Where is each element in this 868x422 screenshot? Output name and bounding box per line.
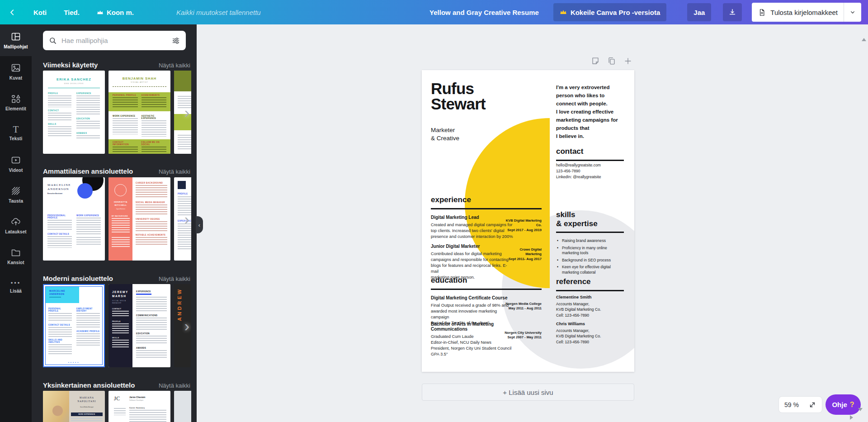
back-chevron-icon	[8, 8, 16, 16]
document-icon	[758, 8, 766, 17]
reference-item[interactable]: Clementine Smith Accounts Manager, KVB D…	[556, 295, 601, 318]
sidebar-item-uploads[interactable]: Lataukset	[0, 210, 32, 241]
skills-list[interactable]: Raising brand awareness Proficiency in m…	[556, 238, 615, 277]
print-options-dropdown[interactable]	[844, 3, 861, 22]
template-jarvie-chastain[interactable]: JC Jarvie Chastain Software Developer Ca…	[108, 391, 170, 422]
template-row-modern: MARCELINE ANDERSON PERSONAL PROFILECONTA…	[43, 284, 191, 367]
more-dots-icon: •••	[11, 280, 21, 286]
template-name: ANDREW	[177, 288, 182, 321]
sidebar-item-label: Elementit	[5, 106, 26, 111]
sidebar-item-images[interactable]: Kuvat	[0, 56, 32, 87]
save-status: Kaikki muutokset tallennettu	[176, 9, 261, 16]
template-name: JEREMY MARSH	[112, 290, 132, 298]
scrollbar-down-arrow[interactable]	[858, 408, 863, 411]
filter-sliders-icon[interactable]	[171, 36, 180, 45]
profile-photo	[43, 391, 69, 422]
education-item-meta[interactable]: Norgen Media College May 2011 - Aug 2011	[504, 302, 542, 311]
notes-icon	[590, 56, 600, 66]
experience-item-meta[interactable]: KVB Digital Marketing Co. Sept 2017 - Au…	[504, 218, 542, 232]
menu-home[interactable]: Koti	[33, 9, 47, 16]
fullscreen-expand-icon[interactable]	[808, 401, 816, 409]
duplicate-page-button[interactable]	[606, 55, 618, 67]
resume-name[interactable]: Rufus Stewart	[431, 81, 486, 112]
template-marceline-modern-selected[interactable]: MARCELINE ANDERSON PERSONAL PROFILECONTA…	[43, 284, 105, 367]
contact-heading[interactable]: contact	[556, 147, 624, 161]
template-subtitle: VISUAL ARTIST	[108, 81, 170, 83]
template-row-simple: PERSONAL BACKGROUND MARIANA NAPOLITANI S…	[43, 391, 191, 422]
template-name: HENRIETTA MITCHELL	[112, 201, 130, 207]
template-henrietta-mitchell[interactable]: HENRIETTA MITCHELL Digital Marketer MY B…	[108, 177, 170, 261]
menu-file-label: Tied.	[64, 9, 80, 16]
skill-item: Background in SEO process	[556, 258, 615, 263]
try-pro-button[interactable]: Kokeile Canva Pro -versiota	[553, 3, 666, 21]
reference-item[interactable]: Chris Williams Accounts Manager, KVB Dig…	[556, 322, 601, 345]
template-marceline-anderson[interactable]: MARCELINE ANDERSON Executive Assistant P…	[43, 177, 105, 261]
show-all-link[interactable]: Näytä kaikki	[159, 275, 190, 282]
skill-item: Keen eye for effective digital marketing…	[556, 265, 615, 275]
template-benjamin-shah[interactable]: BENJAMIN SHAH VISUAL ARTIST PERSONAL PRO…	[108, 71, 170, 154]
sidebar-item-label: Lataukset	[5, 229, 27, 234]
print-letterhead-label: Tulosta kirjelomakkeet	[770, 9, 838, 16]
education-heading[interactable]: education	[431, 276, 542, 290]
share-button[interactable]: Jaa	[687, 3, 711, 21]
template-mariana-napolitani[interactable]: PERSONAL BACKGROUND MARIANA NAPOLITANI S…	[43, 391, 105, 422]
template-initials: JC	[114, 395, 120, 402]
help-button[interactable]: Ohje ?	[826, 394, 861, 415]
experience-item[interactable]: Junior Digital Marketer Contributed idea…	[431, 244, 513, 280]
show-all-link[interactable]: Näytä kaikki	[159, 168, 190, 175]
skills-heading[interactable]: skills & expertise	[556, 210, 624, 233]
template-erika-sanchez[interactable]: ERIKA SANCHEZ WEB DEVELOPER PROFILE CONT…	[43, 71, 105, 154]
zoom-level[interactable]: 59 %	[784, 401, 799, 408]
template-partial[interactable]	[174, 391, 191, 422]
sidebar-item-background[interactable]: Tausta	[0, 179, 32, 210]
education-item-meta[interactable]: Norgen City University Sept 2007 - May 2…	[504, 331, 542, 340]
panel-collapse-tab[interactable]: ‹	[196, 216, 203, 233]
contact-lines[interactable]: hello@reallygreatsite.com 123-456-7890 L…	[556, 162, 601, 180]
design-page[interactable]: Rufus Stewart Marketer & Creative experi…	[422, 70, 634, 372]
row-scroll-right-chevron[interactable]: ›	[184, 211, 189, 227]
experience-item[interactable]: Digital Marketing Lead Created and manag…	[431, 215, 513, 240]
experience-heading[interactable]: experience	[431, 195, 542, 209]
sidebar-rail: Mallipohjat Kuvat Elementit T Teksti Vid…	[0, 24, 32, 422]
template-search[interactable]	[43, 31, 186, 50]
print-letterhead-button[interactable]: Tulosta kirjelomakkeet	[752, 3, 861, 22]
search-input[interactable]	[61, 37, 167, 44]
scrollbar-right-arrow[interactable]	[850, 415, 853, 420]
experience-item-meta[interactable]: Crowe Digital Marketing Sept 2011- Aug 2…	[504, 247, 542, 261]
sidebar-item-videos[interactable]: Videot	[0, 148, 32, 179]
template-jeremy-marsh[interactable]: JEREMY MARSH SOCIAL MEDIA MANAGER CONTAC…	[108, 284, 170, 367]
document-title[interactable]: Yellow and Gray Creative Resume	[429, 9, 539, 16]
sidebar-item-text[interactable]: T Teksti	[0, 118, 32, 148]
skill-item: Raising brand awareness	[556, 238, 615, 244]
add-notes-button[interactable]	[590, 55, 601, 67]
uploads-cloud-icon	[10, 216, 21, 227]
add-new-page-button[interactable]: + Lisää uusi sivu	[422, 384, 634, 401]
zoom-control[interactable]: 59 %	[778, 396, 822, 413]
sidebar-item-label: Teksti	[9, 136, 23, 141]
reference-heading[interactable]: reference	[556, 277, 624, 291]
scrollbar-up-arrow[interactable]	[862, 38, 866, 41]
resume-left-column: Rufus Stewart Marketer & Creative experi…	[431, 70, 542, 372]
menu-resize[interactable]: Koon m.	[97, 9, 134, 16]
show-all-link[interactable]: Näytä kaikki	[159, 62, 190, 69]
section-header-simple: Yksinkertainen ansioluettelo Näytä kaikk…	[43, 381, 190, 389]
add-page-icon-button[interactable]	[622, 55, 634, 67]
sidebar-item-folders[interactable]: Kansiot	[0, 241, 32, 271]
section-header-modern: Moderni ansioluettelo Näytä kaikki	[43, 275, 190, 282]
resume-intro[interactable]: I'm a very extroverted person who likes …	[556, 84, 618, 141]
show-all-link[interactable]: Näytä kaikki	[159, 382, 190, 389]
sidebar-item-elements[interactable]: Elementit	[0, 87, 32, 118]
resume-role[interactable]: Marketer & Creative	[431, 126, 459, 142]
download-button[interactable]	[723, 3, 742, 21]
download-icon	[728, 8, 737, 17]
template-name: BENJAMIN SHAH	[108, 76, 170, 81]
row-scroll-right-chevron[interactable]: ›	[184, 318, 189, 333]
back-button[interactable]	[8, 8, 16, 16]
education-item[interactable]: Bachelor of Arts in Marketing Communicat…	[431, 322, 513, 357]
row-scroll-right-chevron[interactable]: ›	[184, 104, 189, 120]
sidebar-item-templates[interactable]: Mallipohjat	[0, 24, 32, 56]
sidebar-item-more[interactable]: ••• Lisää	[0, 271, 32, 302]
dashed-divider	[113, 86, 166, 87]
background-icon	[10, 185, 21, 196]
menu-file[interactable]: Tied.	[64, 9, 80, 16]
